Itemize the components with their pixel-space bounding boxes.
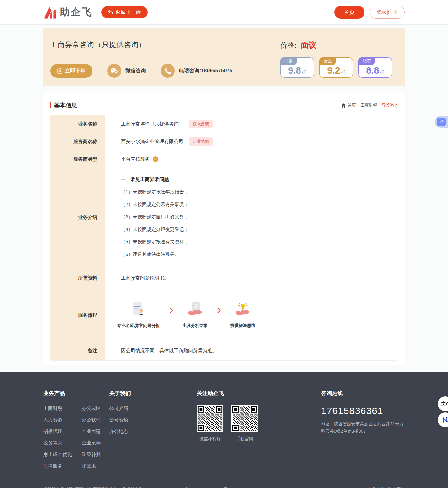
back-button-label: 返回上一级 xyxy=(116,9,141,16)
row-provider-name: 服务商名称 西安小水滴企业管理有限公司 营业执照 xyxy=(50,133,398,150)
footer-column-title: 关于我们 xyxy=(109,390,197,397)
phone-consult-label: 电话咨询:18066575075 xyxy=(179,68,232,74)
row-provider-type: 服务商类型 平台直接服务 ? xyxy=(50,150,398,168)
footer-link[interactable]: 政策补贴 xyxy=(82,451,101,458)
provider-name-value: 西安小水滴企业管理有限公司 xyxy=(121,139,183,145)
footer-column-title: 业务产品 xyxy=(43,390,109,397)
section-title: 基本信息 xyxy=(50,102,77,109)
tier-unit-diamond: 折 xyxy=(380,70,384,75)
order-now-button[interactable]: 立即下单 xyxy=(50,64,92,78)
intro-item: （6）违反其他法律法规等。 xyxy=(121,251,398,257)
help-icon[interactable]: ? xyxy=(153,156,158,162)
footer-link[interactable]: 公司资质 xyxy=(109,417,197,423)
intro-item: （4）未按照规定办理变更登记； xyxy=(121,226,398,232)
flow-step-solution: 提供解决思路 xyxy=(230,302,255,329)
document-person-icon xyxy=(131,302,147,317)
clipboard-icon xyxy=(57,68,62,74)
wechat-consult-button[interactable]: 微信咨询 xyxy=(107,64,146,78)
breadcrumb-home[interactable]: 首页 xyxy=(348,102,356,108)
business-name-value: 工商异常咨询（只提供咨询） xyxy=(121,121,183,127)
qr-wechat-mini-program: 微信小程序 xyxy=(197,405,223,442)
footer-products-column: 业务产品 工商财税 人力资源 招标代理 税务筹划 用工成本优化 法律服务 办公园… xyxy=(43,390,109,475)
footer-link[interactable]: 工商财税 xyxy=(43,405,76,411)
breadcrumb-current: 异常咨询 xyxy=(382,102,398,108)
breadcrumb-separator: - xyxy=(379,103,380,108)
top-header: 助企飞 返回上一级 首页 登录|注册 xyxy=(0,0,448,25)
footer-link[interactable]: 提需求 xyxy=(82,463,101,469)
footer-link[interactable]: 用工成本优化 xyxy=(43,451,76,458)
tier-badge-silver: 白银 xyxy=(280,57,297,65)
tier-unit-gold: 折 xyxy=(341,70,345,75)
flow-step-analysis: 专业老师,异常问题分析 xyxy=(117,302,160,329)
translate-glyph-icon: 文A xyxy=(441,401,448,407)
footer-about-column: 关于我们 公司介绍 公司资质 办公地点 xyxy=(109,390,197,475)
breadcrumb: 首页 - 工商财税 - 异常咨询 xyxy=(341,102,398,108)
logo-text: 助企飞 xyxy=(60,5,92,19)
breadcrumb-separator: - xyxy=(357,103,359,108)
row-required-docs: 所需资料 工商异常问题说明书。 xyxy=(50,267,398,289)
footer-link[interactable]: 办公地点 xyxy=(109,428,197,435)
wechat-consult-label: 微信咨询 xyxy=(125,68,146,74)
phone-consult-button[interactable]: 电话咨询:18066575075 xyxy=(161,64,232,78)
flow-step-label: 专业老师,异常问题分析 xyxy=(117,323,160,329)
row-service-flow: 服务流程 专业老师,异常问题分析 xyxy=(50,289,398,341)
footer-link[interactable]: 企业采购 xyxy=(82,440,101,446)
footer-link[interactable]: 办公园区 xyxy=(82,405,101,411)
footer-link[interactable]: 法律服务 xyxy=(43,463,76,469)
footer-link[interactable]: 公司介绍 xyxy=(109,405,197,411)
footer-link[interactable]: 税务筹划 xyxy=(43,440,76,446)
section-title-text: 基本信息 xyxy=(54,102,77,109)
phone-icon xyxy=(161,64,175,78)
footer-link[interactable]: 人力资源 xyxy=(43,417,76,423)
hand-lightbulb-icon xyxy=(235,302,251,317)
tier-value-gold: 9.2 xyxy=(327,65,340,76)
remark-value: 因公司情况不同，具体以工商顾问所需为准。 xyxy=(121,348,217,354)
row-label: 业务介绍 xyxy=(50,168,105,267)
translate-icon: 译 xyxy=(437,118,446,126)
product-banner: 工商异常咨询（只提供咨询） 立即下单 xyxy=(43,28,405,86)
page-footer: 业务产品 工商财税 人力资源 招标代理 税务筹划 用工成本优化 法律服务 办公园… xyxy=(0,372,448,488)
footer-link[interactable]: 企业团建 xyxy=(82,428,101,435)
flow-step-result: 出具分析结果 xyxy=(183,302,208,329)
tech-support-text: 技术支持：硅峰网络 xyxy=(367,486,405,488)
arrow-right-icon xyxy=(217,308,221,313)
provider-type-value: 平台直接服务 xyxy=(121,156,150,162)
back-button[interactable]: 返回上一级 xyxy=(101,6,148,18)
hotline-phone-number: 17615836361 xyxy=(321,405,405,416)
info-table: 业务名称 工商异常咨询（只提供咨询） 仅限西安 服务商名称 西安小水滴企业管理有… xyxy=(50,115,398,361)
translate-float-button[interactable]: 译 xyxy=(435,116,448,128)
row-business-name: 业务名称 工商异常咨询（只提供咨询） 仅限西安 xyxy=(50,115,398,133)
footer-link[interactable]: 招标代理 xyxy=(43,428,76,435)
home-icon xyxy=(341,103,346,108)
order-now-label: 立即下单 xyxy=(65,68,85,74)
qr-code-image xyxy=(231,405,258,432)
row-remark: 备注 因公司情况不同，具体以工商顾问所需为准。 xyxy=(50,341,398,361)
back-arrow-icon xyxy=(108,10,113,15)
intro-item: （5）未按照规定报送有关资料； xyxy=(121,239,398,245)
intro-item: （2）未按照规定公示有关事项； xyxy=(121,201,398,207)
company-address: 地址：陕西省西安市高新区丈八西路31号万科云谷5幢2单元3楼303 xyxy=(321,420,405,435)
tier-card-silver: 白银 9.8折 xyxy=(280,57,314,78)
license-badge[interactable]: 营业执照 xyxy=(189,137,213,146)
footer-hotline-column: 咨询热线 17615836361 地址：陕西省西安市高新区丈八西路31号万科云谷… xyxy=(321,390,405,475)
footer-follow-column: 关注助企飞 微信小程序 xyxy=(197,390,321,475)
tier-value-silver: 9.8 xyxy=(288,65,301,76)
qr-code-image xyxy=(197,405,223,432)
flow-step-label: 出具分析结果 xyxy=(183,323,208,329)
product-title: 工商异常咨询（只提供咨询） xyxy=(50,40,232,50)
row-label: 备注 xyxy=(50,341,105,360)
breadcrumb-category[interactable]: 工商财税 xyxy=(361,102,377,108)
row-business-intro: 业务介绍 一、常见工商异常问题 （1）未按照规定报送年度报告； （2）未按照规定… xyxy=(50,168,398,267)
qr-label: 手机官网 xyxy=(231,436,258,442)
row-label: 服务商名称 xyxy=(50,133,105,150)
site-logo[interactable]: 助企飞 xyxy=(43,5,92,20)
intro-item: （1）未按照规定报送年度报告； xyxy=(121,189,398,195)
network-graph-icon xyxy=(441,416,448,424)
flow-step-label: 提供解决思路 xyxy=(230,323,255,329)
copyright-bar: 版权所有 助企飞-工商咨询-工商异常咨询（只提供咨询）（www.zhuqif.c… xyxy=(43,482,405,488)
footer-column-title: 咨询热线 xyxy=(321,390,405,397)
footer-link[interactable]: 办公软件 xyxy=(82,417,101,423)
home-button[interactable]: 首页 xyxy=(334,6,364,19)
tier-card-gold: 黄金 9.2折 xyxy=(319,57,353,78)
login-register-button[interactable]: 登录|注册 xyxy=(370,6,405,19)
